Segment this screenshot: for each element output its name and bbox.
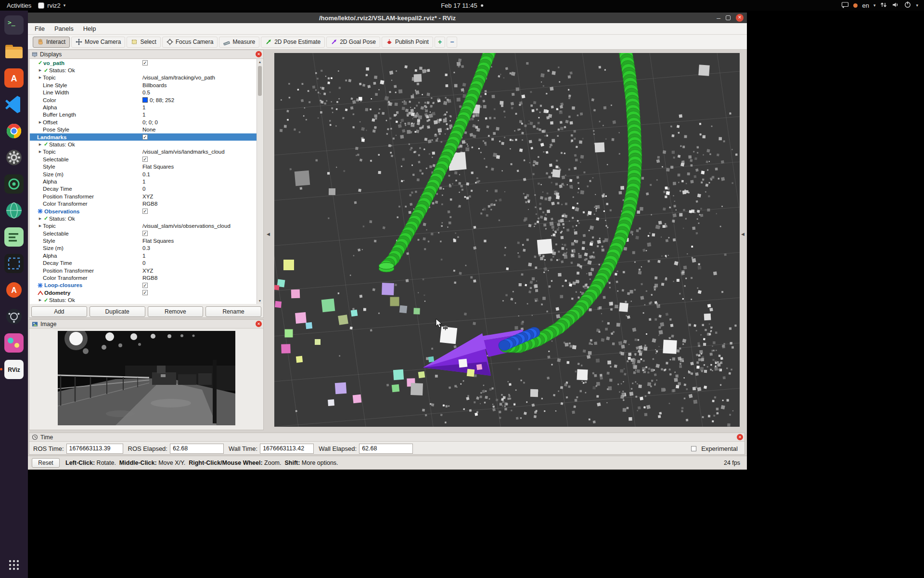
- row-checkbox[interactable]: ✓: [142, 209, 148, 214]
- displays-tree[interactable]: ✓vo_path✓▶✓Status: Ok▶Topic/visual_slam/…: [30, 59, 263, 304]
- expander-icon[interactable]: ▶: [38, 68, 43, 72]
- tree-row-position-transformer[interactable]: Position TransformerXYZ: [30, 193, 263, 200]
- menu-file[interactable]: File: [30, 24, 50, 33]
- row-checkbox[interactable]: ✓: [142, 60, 148, 66]
- tree-row-line-style[interactable]: Line StyleBillboards: [30, 81, 263, 89]
- dock-item-terminal[interactable]: >_: [3, 14, 25, 36]
- tree-row-style[interactable]: StyleFlat Squares: [30, 163, 263, 170]
- dock-item-code[interactable]: [3, 94, 25, 115]
- tool-move-camera[interactable]: Move Camera: [71, 37, 125, 48]
- tree-row-decay-time[interactable]: Decay Time0: [30, 185, 263, 193]
- dock-item-selector[interactable]: [3, 253, 25, 274]
- tree-row-alpha[interactable]: Alpha1: [30, 178, 263, 185]
- tree-row-alpha[interactable]: Alpha1: [30, 104, 263, 111]
- dock-item-orangea[interactable]: A: [3, 279, 25, 301]
- tree-row-topic[interactable]: ▶Topic/visual_slam/vis/landmarks_cloud: [30, 148, 263, 156]
- expander-icon[interactable]: ▶: [38, 224, 43, 228]
- tree-row-alpha[interactable]: Alpha1: [30, 252, 263, 259]
- add-tool-button[interactable]: +: [435, 37, 445, 48]
- dock-item-files[interactable]: [3, 41, 25, 62]
- tool-interact[interactable]: Interact: [33, 37, 70, 48]
- wall-time-input[interactable]: [260, 444, 314, 454]
- expander-icon[interactable]: ▶: [38, 217, 43, 221]
- clock[interactable]: Feb 17 11:45: [441, 2, 483, 9]
- remove-tool-button[interactable]: −: [447, 37, 457, 48]
- tree-row-selectable[interactable]: Selectable✓: [30, 230, 263, 237]
- expander-icon[interactable]: ▶: [38, 76, 43, 79]
- dock-item-globe[interactable]: [3, 200, 25, 221]
- tree-row-topic[interactable]: ▶Topic/visual_slam/vis/observations_clou…: [30, 223, 263, 230]
- dock-item-colorsapp[interactable]: [3, 332, 25, 354]
- menu-panels[interactable]: Panels: [50, 24, 78, 33]
- tree-row-topic[interactable]: ▶Topic/visual_slam/tracking/vo_path: [30, 74, 263, 81]
- tree-scrollbar[interactable]: ▲ ▼: [257, 59, 263, 304]
- ros-time-input[interactable]: [66, 444, 123, 454]
- tool-measure[interactable]: Measure: [219, 37, 259, 48]
- tree-row-color[interactable]: Color0; 88; 252: [30, 96, 263, 104]
- tree-row-decay-time[interactable]: Decay Time0: [30, 260, 263, 267]
- expander-icon[interactable]: ▶: [38, 150, 43, 154]
- row-checkbox[interactable]: ✓: [142, 231, 148, 236]
- image-panel-header[interactable]: Image ✕: [29, 320, 263, 328]
- row-checkbox[interactable]: ✓: [142, 283, 148, 288]
- tree-row-odometry[interactable]: Odometry✓: [30, 289, 263, 296]
- tool-focus-camera[interactable]: Focus Camera: [162, 37, 218, 48]
- tree-row-status-ok[interactable]: ▶✓Status: Ok: [30, 141, 263, 148]
- ros-elapsed-input[interactable]: [170, 444, 224, 454]
- tool-2d-pose-estimate[interactable]: 2D Pose Estimate: [261, 37, 325, 48]
- time-panel-header[interactable]: Time ✕: [29, 433, 744, 442]
- system-tray[interactable]: en ▾ ▾: [841, 0, 924, 10]
- tree-row-pose-style[interactable]: Pose StyleNone: [30, 126, 263, 133]
- row-checkbox[interactable]: ✓: [142, 134, 148, 140]
- minimize-button[interactable]: –: [717, 15, 720, 20]
- dock-item-rviz[interactable]: RViz: [3, 359, 25, 380]
- tree-row-color-transformer[interactable]: Color TransformerRGB8: [30, 274, 263, 281]
- tool-2d-goal-pose[interactable]: 2D Goal Pose: [326, 37, 380, 48]
- remove-button[interactable]: Remove: [148, 306, 204, 317]
- reset-button[interactable]: Reset: [32, 458, 60, 468]
- experimental-checkbox[interactable]: [691, 446, 696, 451]
- maximize-button[interactable]: [726, 15, 731, 20]
- title-bar[interactable]: /home/lekto/.rviz2/VSLAM-keepall2.rviz* …: [28, 13, 747, 23]
- displays-panel-header[interactable]: Displays ✕: [29, 50, 263, 59]
- wall-elapsed-input[interactable]: [359, 444, 413, 454]
- viewport-3d[interactable]: [274, 53, 740, 427]
- tree-row-selectable[interactable]: Selectable✓: [30, 156, 263, 163]
- focused-app-menu[interactable]: rviz2 ▾: [38, 2, 65, 9]
- close-icon[interactable]: ✕: [737, 434, 743, 440]
- tree-row-size-m-[interactable]: Size (m)0.1: [30, 171, 263, 178]
- rename-button[interactable]: Rename: [205, 306, 261, 317]
- panel-collapse-arrow-right[interactable]: ◀: [741, 232, 744, 236]
- views-panel-collapsed[interactable]: ◀: [740, 53, 747, 427]
- scene-canvas[interactable]: [274, 53, 740, 427]
- tree-row-line-width[interactable]: Line Width0.5: [30, 89, 263, 96]
- close-icon[interactable]: ✕: [256, 321, 262, 327]
- expander-icon[interactable]: ▶: [38, 120, 43, 124]
- duplicate-button[interactable]: Duplicate: [90, 306, 145, 317]
- dock-item-greenapp[interactable]: [3, 226, 25, 248]
- tree-row-color-transformer[interactable]: Color TransformerRGB8: [30, 200, 263, 207]
- scroll-up-icon[interactable]: ▲: [257, 59, 263, 65]
- tree-row-observations[interactable]: Observations✓: [30, 208, 263, 215]
- dock-item-camera[interactable]: [3, 173, 25, 195]
- tree-row-buffer-length[interactable]: Buffer Length1: [30, 111, 263, 118]
- expander-icon[interactable]: ▶: [38, 143, 43, 146]
- close-button[interactable]: ×: [736, 14, 744, 22]
- color-swatch[interactable]: [142, 97, 148, 103]
- add-button[interactable]: Add: [31, 306, 87, 317]
- tool-publish-point[interactable]: Publish Point: [382, 37, 433, 48]
- tree-row-position-transformer[interactable]: Position TransformerXYZ: [30, 267, 263, 274]
- show-applications-icon[interactable]: [8, 559, 20, 573]
- scroll-down-icon[interactable]: ▼: [257, 298, 263, 304]
- tree-row-size-m-[interactable]: Size (m)0.3: [30, 245, 263, 252]
- expander-icon[interactable]: ▶: [38, 298, 43, 302]
- tree-row-status-ok[interactable]: ▶✓Status: Ok: [30, 66, 263, 74]
- dock-item-chrome[interactable]: [3, 120, 25, 142]
- row-checkbox[interactable]: ✓: [142, 290, 148, 295]
- scrollbar-thumb[interactable]: [258, 66, 262, 96]
- dock-item-software[interactable]: A: [3, 67, 25, 89]
- tree-row-loop-closures[interactable]: Loop-closures✓: [30, 282, 263, 289]
- panel-collapse-arrow-left[interactable]: ◀: [267, 232, 270, 236]
- tool-select[interactable]: Select: [127, 37, 160, 48]
- tree-row-status-ok[interactable]: ▶✓Status: Ok: [30, 215, 263, 222]
